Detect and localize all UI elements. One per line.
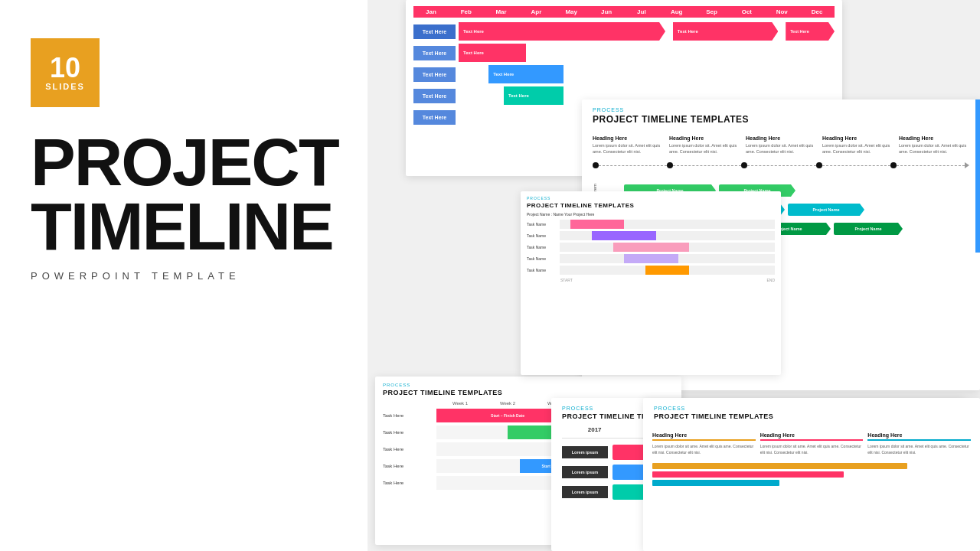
heading-cols-area: Heading Here Lorem ipsum dolor sit ame. … [643,425,980,463]
hb-bar-2 [652,471,844,478]
mini-row-3: Task Name [527,243,775,252]
month-aug: Aug [659,6,694,18]
task-label-2: Task Here [383,429,436,436]
subtitle: POWERPOINT TEMPLATE [31,270,337,282]
slide-count-label: SLIDES [45,82,85,91]
year-label-3: Lorem ipsum [562,486,608,498]
connector-1 [599,165,667,166]
heading-cols-title: PROJECT TIMELINE TEMPLATES [654,412,969,420]
col-text-5: Lorem ipsum dolor sit. Amet elit quis am… [899,143,969,155]
timeline-col-4: Heading Here Lorem ipsum dolor sit. Amet… [822,135,893,155]
gantt-label-4: Text Here [413,89,456,103]
year-label-1: Lorem ipsum [562,446,608,458]
mini-task-3: Task Name [527,245,557,249]
heading-col-2: Heading Here Lorem ipsum dolor sit ame. … [760,432,864,455]
gantt-label-5: Text Here [413,110,456,125]
start-end-labels: START END [527,278,775,282]
mini-task-2: Task Name [527,233,557,238]
timeline-col-2: Heading Here Lorem ipsum dolor sit. Amet… [669,135,740,155]
gantt-bar-2a: Text Here [459,44,526,62]
gantt-bar-area-3: Text Here [459,65,835,83]
blue-edge-accent [975,99,980,253]
hcol-text-3: Lorem ipsum dolor sit ame. Amet elit qui… [867,444,971,455]
month-jun: Jun [589,6,624,18]
mini-row-2: Task Name [527,231,775,240]
month-row: Jan Feb Mar Apr May Jun Jul Aug Sep Oct … [413,6,835,18]
connector-2 [673,165,741,166]
gantt-row-1: Text Here Text Here Text Here Text Here [413,22,835,41]
col-heading-4: Heading Here [822,135,893,141]
month-may: May [554,6,589,18]
col-heading-5: Heading Here [899,135,969,141]
gantt-bar-area-2: Text Here [459,44,835,62]
mini-bar-area-1 [560,220,775,229]
mini-bar-area-5 [560,266,775,275]
dot-4 [816,162,822,168]
month-oct: Oct [729,6,764,18]
mini-bar-2 [592,231,656,240]
process-label-mini: Process [527,196,775,201]
process-label-1: Process [593,107,969,112]
gantt-label-3: Text Here [413,67,456,82]
timeline-col-5: Heading Here Lorem ipsum dolor sit. Amet… [899,135,969,155]
dot-2 [667,162,673,168]
month-jul: Jul [624,6,659,18]
hcol-title-2: Heading Here [760,432,864,441]
hcol-text-2: Lorem ipsum dolor sit ame. Amet elit qui… [760,444,864,455]
col-text-2: Lorem ipsum dolor sit. Amet elit quis am… [669,143,740,155]
gantt-row-3: Text Here Text Here [413,65,835,83]
col-text-3: Lorem ipsum dolor sit. Amet elit quis am… [746,143,816,155]
timeline-col-3: Heading Here Lorem ipsum dolor sit. Amet… [746,135,816,155]
gantt-bar-area-1: Text Here Text Here Text Here [459,22,835,41]
mini-gantt-title: PROJECT TIMELINE TEMPLATES [527,202,775,209]
mini-bar-5 [645,266,688,275]
slide-count-number: 10 [50,54,80,82]
hbar-3b: Project Name [834,223,903,235]
col-text-1: Lorem ipsum dolor sit. Amet elit quis am… [593,143,663,155]
task-label-4: Task Here [383,462,436,470]
connector-3 [747,165,815,166]
month-sep: Sep [694,6,730,18]
gantt-bar-3a: Text Here [488,65,564,83]
slides-area: Jan Feb Mar Apr May Jun Jul Aug Sep Oct … [368,0,980,551]
col-text-4: Lorem ipsum dolor sit. Amet elit quis am… [822,143,893,155]
month-dec: Dec [799,6,835,18]
mini-task-4: Task Name [527,256,557,261]
month-apr: Apr [518,6,554,18]
week-th-1: Week 1 [436,401,484,406]
connector-4 [822,165,890,166]
slide-heading-cols: Process PROJECT TIMELINE TEMPLATES Headi… [643,398,980,551]
process-label-2: Process [383,383,674,387]
mini-gantt-inner: Process PROJECT TIMELINE TEMPLATES Proje… [521,191,781,287]
month-feb: Feb [449,6,484,18]
project-name-label: Project Name : Name Your Project Here [527,212,775,217]
timeline-col-1: Heading Here Lorem ipsum dolor sit. Amet… [593,135,663,155]
mini-gantt-rows: Task Name Task Name Task Name [527,220,775,275]
gantt-label-1: Text Here [413,24,456,39]
hcol-title-3: Heading Here [867,432,971,441]
mini-task-1: Task Name [527,222,557,227]
gantt-bar-1a: Text Here [459,22,665,41]
dotted-line [593,162,969,168]
main-title: PROJECT TIMELINE [31,130,337,258]
col-heading-1: Heading Here [593,135,663,141]
col-heading-3: Heading Here [746,135,816,141]
mini-bar-4 [624,254,678,263]
gantt-table-title: PROJECT TIMELINE TEMPLATES [383,389,674,396]
hb-bar-3 [652,480,779,486]
slide-mini-gantt: Process PROJECT TIMELINE TEMPLATES Proje… [521,191,781,375]
month-jan: Jan [413,6,449,18]
left-panel: 10 SLIDES PROJECT TIMELINE POWERPOINT TE… [0,0,368,551]
gantt-bar-1b: Text Here [673,22,778,41]
task-label-1: Task Here [383,412,436,419]
start-label: START [560,278,573,282]
dot-5 [890,162,897,168]
gantt-row-2: Text Here Text Here [413,44,835,62]
year-label-2: Lorem ipsum [562,466,608,478]
slide-count-badge: 10 SLIDES [31,38,100,107]
title-line1: PROJECT [31,130,337,194]
mini-bar-1 [570,220,624,229]
slide-dot-timeline-title: PROJECT TIMELINE TEMPLATES [593,114,969,125]
mini-row-1: Task Name [527,220,775,229]
mini-bar-3 [613,243,688,252]
